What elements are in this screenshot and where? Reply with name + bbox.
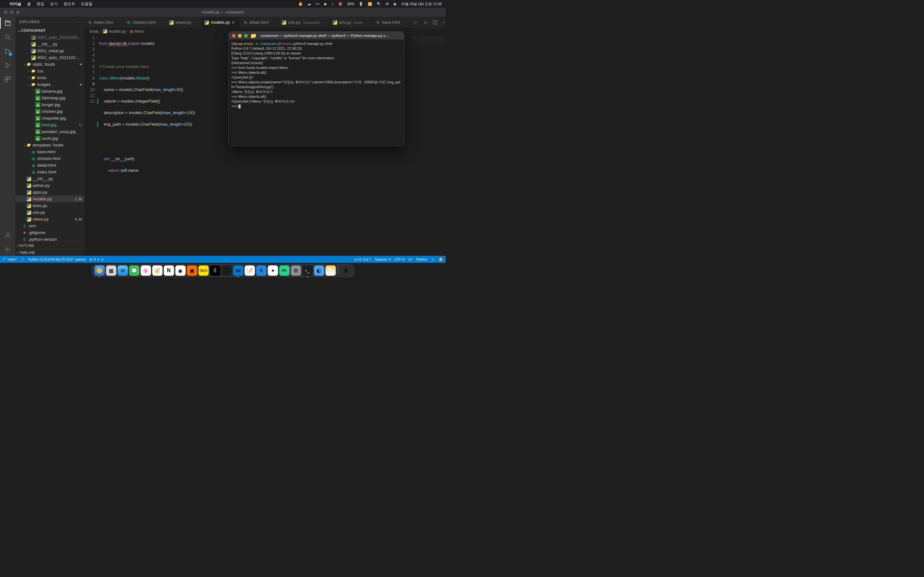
breadcrumb-folder[interactable]: foods <box>89 29 99 34</box>
dock-appstore[interactable]: A <box>256 266 266 276</box>
tree-item-urls-py[interactable]: urls.py <box>15 209 84 216</box>
dock-notes[interactable]: 📄 <box>325 266 336 276</box>
tree-item-images[interactable]: ⌄📁images <box>15 81 84 88</box>
debug-tab[interactable] <box>4 61 11 69</box>
cloud-icon[interactable]: ☁ <box>307 2 311 6</box>
timeline-section[interactable]: › TIMELINE <box>15 249 84 256</box>
tab-base-html[interactable]: djbase.html× <box>373 17 410 28</box>
dock-textedit[interactable]: 📝 <box>244 266 255 276</box>
dock-launchpad[interactable]: ▦ <box>106 266 116 276</box>
close-icon[interactable]: × <box>232 20 236 25</box>
run-icon[interactable] <box>413 20 418 25</box>
menu-window[interactable]: 윈도우 <box>63 1 75 7</box>
clock[interactable]: 10월 26일 (화) 오전 12:58 <box>401 2 442 6</box>
scm-tab[interactable]: 3 <box>4 47 11 55</box>
siri-icon[interactable]: ◉ <box>393 2 397 6</box>
git-branch[interactable]: main* <box>3 258 17 261</box>
settings-gear-icon[interactable] <box>4 245 11 253</box>
minimap[interactable] <box>410 35 446 256</box>
tab-detail-html[interactable]: djdetail.html× <box>240 17 278 28</box>
tree-item-templates[interactable]: ⌄📁templates/foods <box>15 142 84 148</box>
dock-unknown4[interactable]: ◐ <box>314 266 324 276</box>
dock-unknown3[interactable]: ◯ <box>221 266 232 276</box>
breadcrumb-file[interactable]: models.py <box>108 29 126 34</box>
dock-kakaotalk[interactable]: TALK <box>198 266 208 276</box>
compare-icon[interactable] <box>423 20 428 25</box>
tab-urls-py-costaurant[interactable]: urls.pycostaurant× <box>278 17 330 28</box>
dock-pycharm[interactable]: PC <box>279 266 289 276</box>
dock-trash[interactable]: 🗑 <box>341 266 351 276</box>
tree-item-tests-py[interactable]: tests.py <box>15 202 84 209</box>
tab-urls-py-foods[interactable]: urls.pyfoods× <box>330 17 373 28</box>
tree-item-burger-jpg[interactable]: ▲burger.jpg <box>15 101 84 108</box>
terminal-window[interactable]: 📁 costaurant — python3 manage.py shell —… <box>228 31 404 146</box>
explorer-more-icon[interactable]: ⋯ <box>77 20 81 24</box>
tree-item---init---py[interactable]: __init__.py <box>15 175 84 182</box>
tree-item-pumpkin-soup-jpg[interactable]: ▲pumpkin_soup.jpg <box>15 128 84 135</box>
tree-item-admin-py[interactable]: admin.py <box>15 182 84 189</box>
battery-icon[interactable]: 🔋 <box>359 2 363 6</box>
dock-settings[interactable]: ⚙ <box>291 266 301 276</box>
maximize-window-button[interactable] <box>16 11 19 14</box>
traffic-lights[interactable] <box>4 11 19 14</box>
terminal-output[interactable]: (django-envs) ➜ costaurant git:(main) py… <box>229 39 404 111</box>
volume-mute-icon[interactable]: 🔇 <box>338 2 342 6</box>
tree-item-index-html[interactable]: djindex.html <box>15 169 84 175</box>
tab-models-py[interactable]: models.py× <box>201 17 240 28</box>
problems[interactable]: ⊘ 0 ⚠ 5 <box>89 258 103 261</box>
tree-item-0001-initial-py[interactable]: 0001_initial.py <box>15 47 84 54</box>
dock-safari[interactable]: 🧭 <box>152 266 162 276</box>
encoding[interactable]: UTF-8 <box>395 258 405 261</box>
dock-messages[interactable]: 💬 <box>129 266 139 276</box>
menu-help[interactable]: 도움말 <box>81 1 92 7</box>
wifi-icon[interactable]: 📶 <box>368 2 372 6</box>
tab-views-py[interactable]: views.py× <box>166 17 202 28</box>
tree-item-sushi-jpg[interactable]: ▲sushi.jpg <box>15 135 84 142</box>
tree-item-detail-html[interactable]: djdetail.html <box>15 162 84 169</box>
tabs-more-icon[interactable]: ⋯ <box>442 19 446 25</box>
tree-item-0002-auto-20211025---[interactable]: 0002_auto_20211025... <box>15 34 84 41</box>
minimize-window-button[interactable] <box>10 11 13 14</box>
menu-shell[interactable]: 셸 <box>27 1 31 7</box>
dock-photos[interactable]: 🌸 <box>141 266 151 276</box>
menu-app[interactable]: 터미널 <box>10 1 21 7</box>
tree-item--python-version[interactable]: ▯.python-version <box>15 236 84 242</box>
dock-finder[interactable]: 🙂 <box>94 266 105 276</box>
tree-item-base-html[interactable]: djbase.html <box>15 148 84 155</box>
dock-mail[interactable]: ✉ <box>118 266 128 276</box>
tree-item-fried-jpg[interactable]: ▲fried.jpgU <box>15 121 84 128</box>
dock-terminal[interactable]: ›_ <box>302 266 312 276</box>
explorer-tab[interactable] <box>4 19 11 27</box>
cursor-pos[interactable]: Ln 9, Col 1 <box>354 258 371 261</box>
dock-chrome[interactable]: ◉ <box>175 266 186 276</box>
dock-vscode[interactable]: ⋈ <box>233 266 243 276</box>
tree-item-fonts[interactable]: ›📁fonts <box>15 74 84 81</box>
tab-index-html[interactable]: djindex.html× <box>84 17 123 28</box>
tree-item---init---py[interactable]: __init__.py <box>15 41 84 47</box>
close-window-button[interactable] <box>4 11 7 14</box>
language-mode[interactable]: Python <box>417 258 427 261</box>
play-icon[interactable]: ▶ <box>325 2 327 6</box>
python-interpreter[interactable]: Python 3.10.0 64-bit ('3.10.0': pyenv) <box>28 258 86 261</box>
account-icon[interactable] <box>4 231 11 239</box>
extensions-tab[interactable] <box>4 76 11 83</box>
glasses-icon[interactable]: 👓 <box>315 2 320 6</box>
indent[interactable]: Spaces: 4 <box>375 258 391 261</box>
tree-item-banana-jpg[interactable]: ▲banana.jpg <box>15 88 84 95</box>
tree-item-croquette-jpg[interactable]: ▲croquette.jpg <box>15 115 84 121</box>
bell-icon[interactable]: 🔔 <box>439 258 443 261</box>
eol[interactable]: LF <box>409 258 413 261</box>
term-maximize-button[interactable] <box>244 34 248 37</box>
menu-edit[interactable]: 편집 <box>37 1 44 7</box>
spotlight-icon[interactable]: 🔍 <box>376 2 381 6</box>
tree-item--env[interactable]: ▯.env <box>15 222 84 229</box>
term-close-button[interactable] <box>232 34 236 37</box>
tree-item-chicken-html[interactable]: djchicken.html <box>15 155 84 162</box>
feedback-icon[interactable]: ☺ <box>431 258 435 261</box>
term-minimize-button[interactable] <box>238 34 242 37</box>
menu-view[interactable]: 보기 <box>50 1 58 7</box>
breadcrumb-symbol[interactable]: Menu <box>134 29 144 34</box>
tree-item-bibimbap-jpg[interactable]: ▲bibimbap.jpg <box>15 95 84 101</box>
notification-icon[interactable]: 🔔 <box>298 2 303 6</box>
tree-item-css[interactable]: ›📁css <box>15 68 84 74</box>
